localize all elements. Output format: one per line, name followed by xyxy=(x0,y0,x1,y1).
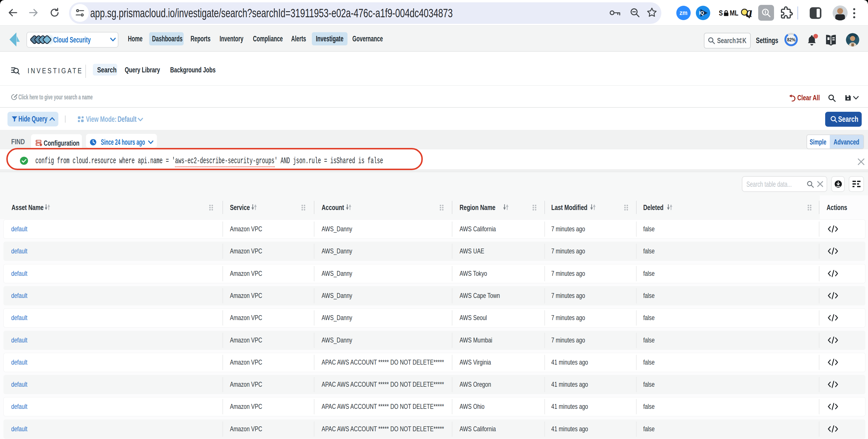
svg-text:IQ: IQ xyxy=(699,10,704,16)
